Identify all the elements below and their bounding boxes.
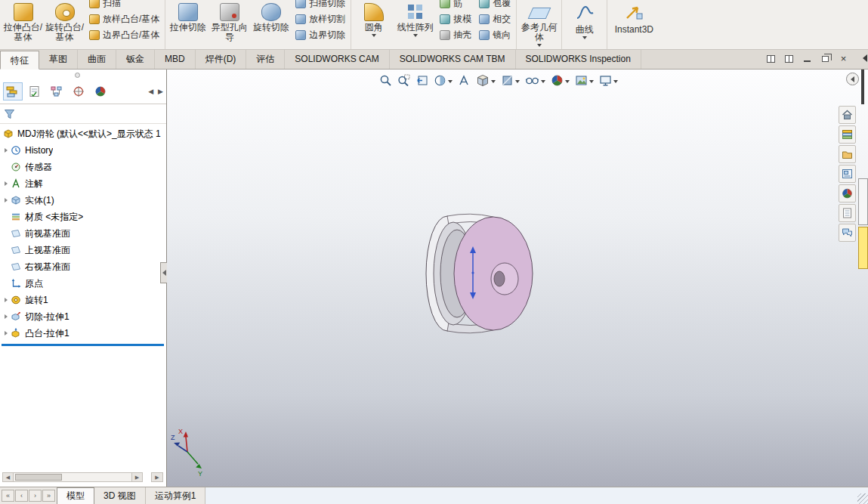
pulley-model[interactable] [417,206,545,340]
tree-item-front-plane[interactable]: 前视基准面 [0,225,166,242]
expand-arrow-icon[interactable] [5,198,8,203]
apply-scene-button[interactable] [573,73,595,88]
tree-item-root[interactable]: MDJ滑轮 (默认<<默认>_显示状态 1 [0,125,166,142]
dropdown-arrow-icon[interactable] [413,34,418,37]
tab-3d-views[interactable]: 3D 视图 [94,487,146,504]
instant3d-button[interactable]: Instant3D [609,0,659,35]
tab-sketch[interactable]: 草图 [39,50,78,69]
tree-item-solid-bodies[interactable]: 实体(1) [0,192,166,209]
window-resize-grip[interactable] [857,493,868,504]
fillet-button[interactable]: 圆角 [353,0,394,37]
scrollbar-track[interactable] [14,473,131,481]
intersect-button[interactable]: 相交 [475,11,514,27]
tab-evaluate[interactable]: 评估 [246,50,285,69]
dropdown-arrow-icon[interactable] [541,80,545,83]
tree-item-material[interactable]: 材质 <未指定> [0,209,166,225]
minimize-button[interactable] [802,54,812,63]
tab-solidworks-cam-tbm[interactable]: SOLIDWORKS CAM TBM [390,50,516,69]
rib-button[interactable]: 筋 [436,0,475,11]
section-view-button[interactable] [432,73,454,88]
view-palette-tab[interactable] [839,165,856,183]
tree-item-right-plane[interactable]: 右视基准面 [0,258,166,275]
design-library-tab[interactable] [839,125,856,144]
reference-geometry-button[interactable]: 参考几何体 [518,0,560,47]
edit-appearance-button[interactable] [549,73,571,88]
nav-prev-icon[interactable]: ‹ [15,490,28,502]
expand-arrow-icon[interactable] [5,331,8,335]
tab-model[interactable]: 模型 [57,487,94,504]
scroll-right-icon[interactable]: ▶ [131,473,142,481]
tree-item-sensors[interactable]: 传感器 [0,159,166,175]
shell-button[interactable]: 抽壳 [436,27,475,43]
hide-show-items-button[interactable] [524,73,547,88]
dropdown-arrow-icon[interactable] [491,80,496,83]
pane-right-icon[interactable] [784,54,794,63]
taskpane-expand-button[interactable] [846,73,859,85]
dropdown-arrow-icon[interactable] [582,36,587,39]
solidworks-forum-tab[interactable] [839,224,856,242]
dropdown-arrow-icon[interactable] [613,80,618,83]
panel-width-expand-button[interactable]: ▶ [151,472,163,482]
tree-item-origin[interactable]: 原点 [0,275,166,292]
file-explorer-tab[interactable] [839,145,856,163]
graphics-viewport[interactable]: X Z Y [167,70,868,487]
view-orientation-button[interactable] [474,73,497,88]
scrollbar-thumb[interactable] [15,474,62,481]
display-style-button[interactable] [499,73,521,88]
chevron-left-icon[interactable]: ◀ [148,88,153,95]
revolved-boss-button[interactable]: 旋转凸台/基体 [44,0,85,42]
tab-solidworks-inspection[interactable]: SOLIDWORKS Inspection [516,50,641,69]
nav-last-icon[interactable]: » [42,490,55,502]
zoom-to-fit-button[interactable] [378,73,394,88]
view-settings-button[interactable] [598,73,619,88]
wrap-button[interactable]: 包覆 [475,0,514,11]
tab-sheet-metal[interactable]: 钣金 [116,50,155,69]
close-button[interactable]: × [839,54,848,63]
tree-item-boss-extrude1[interactable]: 凸台-拉伸1 [0,325,166,342]
restore-button[interactable] [820,54,830,63]
lofted-cut-button[interactable]: 放样切割 [292,11,349,27]
expand-arrow-icon[interactable] [5,298,8,302]
tab-features[interactable]: 特征 [0,51,39,70]
chevron-right-icon[interactable]: ▶ [158,88,163,95]
revolved-cut-button[interactable]: 旋转切除 [250,0,292,32]
dropdown-arrow-icon[interactable] [589,80,594,83]
curves-button[interactable]: 曲线 [564,0,605,39]
custom-properties-tab[interactable] [839,204,856,222]
tree-item-history[interactable]: History [0,142,166,159]
scroll-left-icon[interactable]: ◀ [3,473,14,481]
zoom-to-area-button[interactable] [396,73,412,88]
lofted-boss-button[interactable]: 放样凸台/基体 [85,11,163,27]
expand-arrow-icon[interactable] [5,181,8,186]
tab-motion-study1[interactable]: 运动算例1 [146,487,206,504]
panel-splitter-handle[interactable] [0,70,166,79]
dropdown-arrow-icon[interactable] [448,80,453,83]
pulley-bore-hole[interactable] [494,271,505,286]
tree-horizontal-scrollbar[interactable]: ◀ ▶ [2,472,143,482]
tab-weldments[interactable]: 焊件(D) [196,50,247,69]
featuremanager-tree-tab[interactable] [3,82,23,100]
swept-cut-button[interactable]: 扫描切除 [292,0,349,11]
nav-first-icon[interactable]: « [2,490,14,502]
previous-view-button[interactable] [414,73,430,88]
boundary-cut-button[interactable]: 边界切除 [292,27,349,43]
dropdown-arrow-icon[interactable] [515,80,520,83]
dropdown-arrow-icon[interactable] [537,44,542,47]
tab-surfaces[interactable]: 曲面 [78,50,116,69]
nav-next-icon[interactable]: › [29,490,42,502]
dropdown-arrow-icon[interactable] [372,34,376,37]
dimxpertmanager-tab[interactable] [69,82,88,100]
boundary-boss-button[interactable]: 边界凸台/基体 [85,27,163,43]
solidworks-resources-tab[interactable] [839,106,856,124]
swept-boss-button[interactable]: 扫描 [85,0,163,11]
tab-mbd[interactable]: MBD [155,50,196,69]
propertymanager-tab[interactable] [25,82,45,100]
extruded-cut-button[interactable]: 拉伸切除 [167,0,209,32]
dropdown-arrow-icon[interactable] [565,80,570,83]
filter-funnel-icon[interactable] [4,109,15,119]
tab-solidworks-cam[interactable]: SOLIDWORKS CAM [285,50,389,69]
appearances-scenes-tab[interactable] [839,184,856,203]
tree-item-cut-extrude1[interactable]: 切除-拉伸1 [0,308,166,325]
tree-item-revolve1[interactable]: 旋转1 [0,292,166,308]
taskpane-edge-arrow-icon[interactable] [863,54,867,62]
